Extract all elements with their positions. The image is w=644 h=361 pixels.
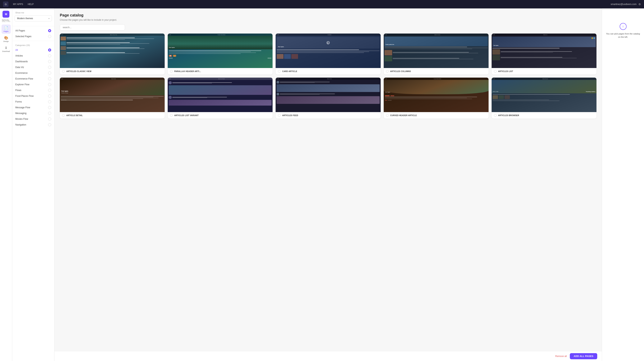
card-articles-classic-view[interactable]: Articles Classic View: [60, 34, 165, 74]
card-select-1[interactable]: [62, 70, 65, 72]
sidebar-cat-explorer-flow[interactable]: Explorer Flow: [12, 82, 54, 88]
sidebar-cat-all[interactable]: All: [12, 47, 54, 53]
avatar-name: MyNewAp...: [2, 19, 10, 21]
all-pages-radio[interactable]: [48, 29, 51, 32]
card-label-7: ARTICLES LIST VARIANT: [168, 112, 272, 118]
selected-pages-radio[interactable]: [48, 35, 51, 38]
sidebar-all-pages[interactable]: All Pages: [12, 28, 54, 34]
card-articles-browser[interactable]: Articles Browser AUG 2, 2022 Traveling m…: [492, 78, 596, 118]
cat-ecommerce-radio[interactable]: [48, 72, 51, 74]
sidebar-cat-messaging[interactable]: Messaging: [12, 110, 54, 116]
cat-movies-flow-radio[interactable]: [48, 118, 51, 120]
sidebar-item-design[interactable]: 🎨 Design: [2, 34, 11, 44]
card-select-3[interactable]: [278, 70, 280, 72]
card-select-4[interactable]: [386, 70, 389, 72]
cat-messaging-label: Messaging: [15, 112, 26, 114]
selected-pages-label: Selected Pages: [15, 35, 32, 38]
content-area: Page catalog Choose the pages you will l…: [54, 8, 602, 361]
card-card-article[interactable]: Card Article ▶ Petri lights: [276, 34, 380, 74]
card-parallax-header[interactable]: Parallax Header Article Petri lights: [168, 34, 272, 74]
remove-all-button[interactable]: Remove all: [555, 355, 567, 358]
add-all-pages-button[interactable]: ADD ALL PAGES: [570, 353, 597, 359]
right-panel: i You can pick pages from the catalog on…: [602, 8, 644, 361]
cat-ecommerce-flow-label: Ecommerce Flow: [15, 78, 33, 80]
cat-dashboards-radio[interactable]: [48, 60, 51, 63]
card-thumb-3: Card Article ▶ Petri lights: [276, 34, 380, 68]
main-layout: M MyNewAp... GRIAL 4 PRO 📄 Pages 🎨 Desig…: [0, 8, 644, 361]
cat-forms-radio[interactable]: [48, 100, 51, 103]
pages-label: Pages: [4, 30, 8, 32]
card-thumb-10: Articles Browser AUG 2, 2022 Traveling m…: [492, 78, 596, 112]
sidebar-cat-flows[interactable]: Flows: [12, 88, 54, 93]
card-select-9[interactable]: [386, 114, 389, 117]
sidebar-cat-movies-flow[interactable]: Movies Flow: [12, 116, 54, 122]
topnav: G MY APPS HELP smartinez@uxdivers.com ⚙: [0, 0, 644, 8]
topnav-help[interactable]: HELP: [28, 3, 34, 6]
card-curved-header[interactable]: Curved Header Article Petri lights: [384, 78, 488, 118]
search-bar: [60, 24, 596, 30]
card-select-8[interactable]: [278, 114, 280, 117]
avatar-section: M MyNewAp... GRIAL 4 PRO: [2, 11, 10, 22]
topnav-my-apps[interactable]: MY APPS: [13, 3, 23, 6]
sidebar-item-pages[interactable]: 📄 Pages: [2, 24, 11, 34]
sidebar-item-download[interactable]: ⬇ Download: [2, 44, 11, 54]
theme-selector[interactable]: Modern themes ▾: [14, 15, 52, 22]
card-label-2: PARALLAX HEADER ARTI...: [168, 68, 272, 74]
cat-all-radio[interactable]: [48, 48, 51, 52]
sidebar-cat-ecommerce-flow[interactable]: Ecommerce Flow: [12, 76, 54, 82]
pages-icon: 📄: [4, 26, 8, 30]
sidebar-divider-2: [12, 41, 54, 41]
card-label-8: ARTICLES FEED: [276, 112, 380, 118]
gear-icon[interactable]: ⚙: [638, 3, 641, 6]
cat-messaging-radio[interactable]: [48, 112, 51, 115]
sidebar-cat-message-flow[interactable]: Message Flow: [12, 104, 54, 110]
sidebar-cat-ecommerce[interactable]: Ecommerce: [12, 70, 54, 76]
card-thumb-8: Articles Feed: [276, 78, 380, 112]
sidebar-cat-articles[interactable]: Articles: [12, 53, 54, 59]
categories-header: Categories (19): [12, 42, 54, 47]
card-thumb-4: Articles Columns Family quality time: [384, 34, 488, 68]
sidebar-cat-data-viz[interactable]: Data Viz: [12, 64, 54, 70]
search-input[interactable]: [60, 24, 125, 30]
card-select-5[interactable]: [494, 70, 496, 72]
card-select-2[interactable]: [170, 70, 173, 72]
cat-explorer-flow-radio[interactable]: [48, 83, 51, 86]
card-select-10[interactable]: [494, 114, 496, 117]
sidebar-cat-navigation[interactable]: Navigation: [12, 122, 54, 128]
cat-flows-radio[interactable]: [48, 89, 51, 92]
card-label-1: ARTICLES CLASSIC VIEW: [60, 68, 165, 74]
theme-selector-label: Modern themes: [17, 17, 33, 20]
card-articles-columns[interactable]: Articles Columns Family quality time: [384, 34, 488, 74]
design-icon: 🎨: [4, 36, 8, 40]
cat-ecommerce-flow-radio[interactable]: [48, 77, 51, 80]
sidebar-selected-pages[interactable]: Selected Pages: [12, 34, 54, 39]
card-article-detail[interactable]: Article Detail Petri lightsNorthern frie…: [60, 78, 165, 118]
topnav-right: smartinez@uxdivers.com ⚙: [611, 3, 641, 6]
card-select-7[interactable]: [170, 114, 173, 117]
card-articles-list[interactable]: Articles List Petri lights: [492, 34, 596, 74]
cat-forms-label: Forms: [15, 100, 22, 103]
cat-data-viz-radio[interactable]: [48, 66, 51, 69]
cat-articles-label: Articles: [15, 54, 23, 57]
cat-explorer-flow-label: Explorer Flow: [15, 83, 29, 86]
card-articles-feed[interactable]: Articles Feed: [276, 78, 380, 118]
card-label-9: CURVED HEADER ARTICLE: [384, 112, 488, 118]
card-thumb-5: Articles List Petri lights: [492, 34, 596, 68]
all-pages-label: All Pages: [15, 29, 25, 32]
content-header: Page catalog Choose the pages you will l…: [54, 8, 602, 24]
icon-bar: M MyNewAp... GRIAL 4 PRO 📄 Pages 🎨 Desig…: [0, 8, 12, 361]
card-select-6[interactable]: [62, 114, 65, 117]
sidebar-cat-food-places-flow[interactable]: Food Places Flow: [12, 93, 54, 99]
cat-message-flow-radio[interactable]: [48, 106, 51, 109]
sidebar-cat-forms[interactable]: Forms: [12, 99, 54, 104]
cat-food-places-flow-radio[interactable]: [48, 94, 51, 98]
sidebar-cat-dashboards[interactable]: Dashboards: [12, 59, 54, 64]
cat-articles-radio[interactable]: [48, 54, 51, 57]
card-thumb-9: Curved Header Article Petri lights: [384, 78, 488, 112]
cat-navigation-radio[interactable]: [48, 123, 51, 126]
cat-navigation-label: Navigation: [15, 124, 26, 126]
card-articles-list-variant[interactable]: Articles List Variant: [168, 78, 272, 118]
design-label: Design: [3, 40, 8, 42]
cat-movies-flow-label: Movies Flow: [15, 118, 28, 120]
card-thumb-7: Articles List Variant: [168, 78, 272, 112]
